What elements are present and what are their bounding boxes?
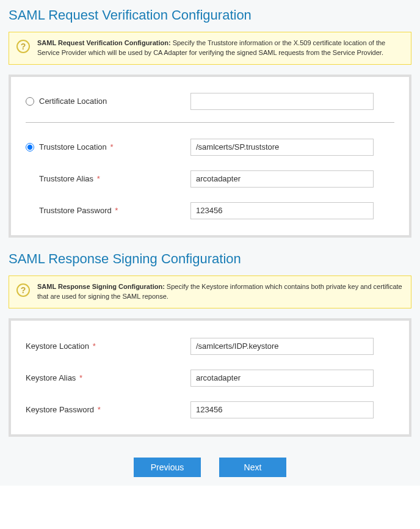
saml-response-info-box: ? SAML Response Signing Configuration: S… <box>9 275 411 308</box>
keystore-password-input[interactable] <box>190 401 374 418</box>
keystore-location-label: Keystore Location <box>26 341 89 351</box>
help-icon: ? <box>16 283 30 297</box>
saml-request-info-title: SAML Request Verification Configuration: <box>37 39 171 46</box>
keystore-alias-input[interactable] <box>190 370 374 387</box>
truststore-password-label: Truststore Password <box>39 206 112 215</box>
previous-button[interactable]: Previous <box>134 458 201 477</box>
truststore-location-radio[interactable] <box>26 143 34 151</box>
required-marker: * <box>115 206 118 215</box>
required-marker: * <box>110 142 113 151</box>
required-marker: * <box>93 341 96 351</box>
required-marker: * <box>79 373 82 382</box>
saml-response-panel: Keystore Location * Keystore Alias * <box>9 318 411 437</box>
saml-response-info-text: SAML Response Signing Configuration: Spe… <box>37 282 404 302</box>
required-marker: * <box>98 405 101 414</box>
button-bar: Previous Next <box>6 450 414 480</box>
certificate-location-radio[interactable] <box>26 97 34 106</box>
truststore-alias-input[interactable] <box>190 170 374 188</box>
truststore-alias-label: Truststore Alias <box>39 174 93 183</box>
help-icon: ? <box>16 40 30 53</box>
saml-response-title: SAML Response Signing Configuration <box>9 251 411 267</box>
truststore-location-label: Truststore Location <box>39 142 107 151</box>
next-button[interactable]: Next <box>219 458 286 477</box>
truststore-password-input[interactable] <box>190 202 374 219</box>
saml-request-info-text: SAML Request Verification Configuration:… <box>37 38 404 58</box>
certificate-location-label: Certificate Location <box>39 97 107 106</box>
saml-request-info-box: ? SAML Request Verification Configuratio… <box>9 32 411 65</box>
panel-divider <box>26 122 394 123</box>
saml-response-info-title: SAML Response Signing Configuration: <box>37 283 165 290</box>
truststore-location-input[interactable] <box>190 139 374 156</box>
required-marker: * <box>97 174 100 183</box>
keystore-alias-label: Keystore Alias <box>26 373 76 382</box>
keystore-location-input[interactable] <box>190 338 374 355</box>
certificate-location-input[interactable] <box>190 93 374 110</box>
keystore-password-label: Keystore Password <box>26 405 94 414</box>
saml-request-title: SAML Request Verification Configuration <box>9 7 411 23</box>
saml-request-panel: Certificate Location Truststore Location… <box>9 75 411 238</box>
